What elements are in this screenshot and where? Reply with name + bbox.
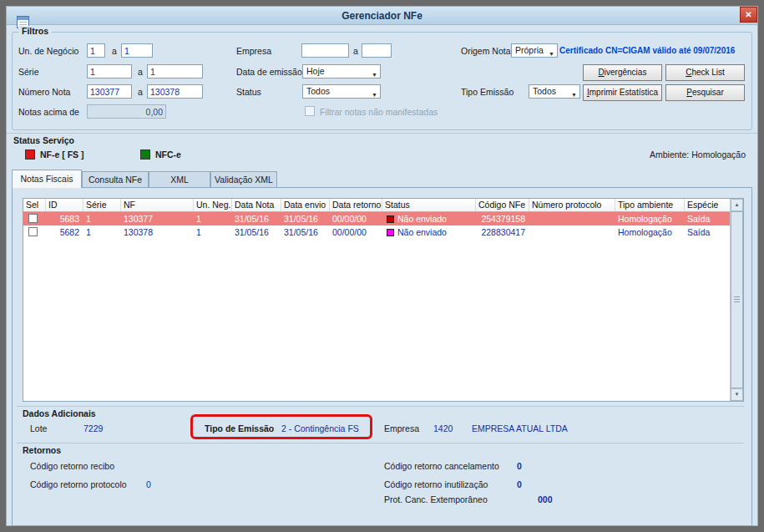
row-status-cell: Não enviado [382, 212, 476, 225]
row-data-nota-cell: 31/05/16 [232, 212, 281, 225]
serie-to-input[interactable] [147, 64, 203, 79]
column-header-un-neg[interactable]: Un. Neg. [194, 199, 232, 211]
notas-acima-label: Notas acima de [18, 107, 79, 117]
row-un-neg-cell: 1 [194, 212, 232, 225]
numero-nota-from-input[interactable] [87, 84, 132, 99]
row-sel-cell [23, 212, 46, 225]
row-sel-cell [23, 225, 46, 239]
numero-nota-label: Número Nota [18, 87, 70, 97]
column-header-sel[interactable]: Sel [23, 199, 46, 211]
section-divider [17, 406, 744, 407]
tipo-emissao-select[interactable]: Todos ▼ [529, 84, 580, 99]
nfce-status-indicator [140, 149, 150, 160]
row-ambiente-cell: Homologação [615, 225, 685, 239]
imprimir-estatistica-button[interactable]: Imprimir Estatística [583, 84, 662, 101]
column-header-codigo-nfe[interactable]: Código NFe [476, 199, 529, 211]
origem-nota-select[interactable]: Própria ▼ [511, 43, 558, 58]
chevron-down-icon: ▼ [372, 89, 377, 99]
column-header-status[interactable]: Status [382, 199, 476, 211]
column-header-serie[interactable]: Série [83, 199, 121, 211]
tab-consulta-nfe[interactable]: Consulta NFe [82, 171, 149, 188]
row-codigo-nfe-cell: 228830417 [476, 225, 529, 239]
un-negocio-to-input[interactable] [121, 43, 153, 58]
row-especie-cell: Saída [685, 225, 730, 239]
column-header-especie[interactable]: Espécie [685, 199, 730, 211]
row-serie-cell: 1 [83, 212, 121, 225]
un-negocio-from-input[interactable] [87, 43, 105, 58]
codigo-retorno-cancelamento-label: Código retorno cancelamento [384, 461, 499, 471]
row-data-retorno-cell: 00/00/00 [330, 212, 382, 225]
row-id-cell: 5683 [46, 212, 83, 225]
status-text: Não enviado [397, 212, 447, 225]
certificate-status-text: Certificado CN=CIGAM válido até 09/07/20… [559, 46, 735, 55]
row-ambiente-cell: Homologação [615, 212, 685, 225]
notas-table: Sel ID Série NF Un. Neg. Data Nota Data … [23, 198, 744, 402]
status-select[interactable]: Todos ▼ [302, 84, 381, 99]
row-serie-cell: 1 [83, 225, 121, 239]
status-color-icon [387, 215, 394, 223]
serie-from-input[interactable] [87, 64, 132, 79]
column-header-id[interactable]: ID [46, 199, 83, 211]
chevron-down-icon: ▼ [571, 89, 577, 99]
column-header-tipo-ambiente[interactable]: Tipo ambiente [615, 199, 685, 211]
row-checkbox[interactable] [28, 227, 38, 236]
tipo-emissao-filter-label: Tipo Emissão [461, 87, 514, 97]
codigo-retorno-inutilizacao-value: 0 [517, 479, 522, 489]
divergencias-button[interactable]: Divergências [583, 64, 662, 81]
row-data-nota-cell: 31/05/16 [232, 225, 281, 239]
check-list-button[interactable]: Check List [665, 64, 745, 81]
tipo-emissao-filter-value: Todos [533, 86, 556, 96]
row-nf-cell: 130377 [121, 212, 194, 225]
column-header-data-envio[interactable]: Data envio [281, 199, 330, 211]
nfe-status-indicator [25, 149, 35, 160]
range-sep-label: a [353, 46, 358, 56]
close-button[interactable]: ✕ [740, 7, 757, 23]
codigo-retorno-protocolo-label: Código retorno protocolo [30, 479, 127, 489]
column-header-nf[interactable]: NF [121, 199, 194, 211]
annotation-highlight-box [190, 414, 372, 439]
row-checkbox[interactable] [28, 214, 38, 223]
tab-xml[interactable]: XML [149, 171, 210, 188]
empresa-from-input[interactable] [301, 43, 349, 58]
empresa-codigo-value: 1420 [433, 423, 453, 433]
row-protocolo-cell [529, 212, 615, 225]
scrollbar-thumb[interactable] [731, 211, 743, 388]
row-status-cell: Não enviado [382, 225, 476, 239]
notas-acima-input [87, 104, 166, 119]
section-divider [7, 133, 757, 134]
chevron-down-icon: ▼ [372, 68, 377, 79]
column-header-numero-protocolo[interactable]: Número protocolo [529, 199, 615, 211]
row-un-neg-cell: 1 [194, 225, 232, 239]
scroll-up-arrow-icon[interactable]: ▲ [731, 199, 743, 211]
empresa-filter-label: Empresa [236, 46, 271, 56]
status-filter-label: Status [236, 87, 261, 97]
window-frame: Gerenciador NFe ✕ Filtros Un. de Negócio… [0, 0, 764, 532]
numero-nota-to-input[interactable] [147, 84, 203, 99]
column-header-data-nota[interactable]: Data Nota [232, 199, 281, 211]
column-header-data-retorno[interactable]: Data retorno [330, 199, 382, 211]
retornos-title: Retornos [23, 445, 61, 455]
empresa-label: Empresa [384, 423, 419, 433]
row-especie-cell: Saída [685, 212, 730, 225]
title-bar[interactable]: Gerenciador NFe [7, 7, 757, 25]
dados-adicionais-title: Dados Adicionais [23, 408, 96, 418]
row-codigo-nfe-cell: 254379158 [476, 212, 529, 225]
row-data-envio-cell: 31/05/16 [281, 225, 330, 239]
vertical-scrollbar[interactable]: ▲ ▼ [730, 199, 743, 401]
tab-validacao-xml[interactable]: Validação XML [210, 171, 277, 188]
data-emissao-select[interactable]: Hoje ▼ [302, 64, 381, 79]
codigo-retorno-cancelamento-value: 0 [517, 461, 522, 471]
nfe-status-label: NF-e [ FS ] [40, 149, 84, 160]
un-negocio-label: Un. de Negócio [18, 46, 78, 56]
scroll-down-arrow-icon[interactable]: ▼ [731, 388, 743, 401]
table-row[interactable]: 5682 1 130378 1 31/05/16 31/05/16 00/00/… [23, 225, 730, 239]
tab-notas-fiscais[interactable]: Notas Fiscais [12, 170, 82, 188]
table-header-row: Sel ID Série NF Un. Neg. Data Nota Data … [23, 199, 730, 212]
lote-value: 7229 [83, 423, 103, 433]
row-data-retorno-cell: 00/00/00 [330, 225, 382, 239]
data-emissao-value: Hoje [306, 66, 325, 76]
table-row-selected[interactable]: 5683 1 130377 1 31/05/16 31/05/16 00/00/… [23, 212, 730, 225]
pesquisar-button[interactable]: Pesquisar [665, 84, 745, 101]
empresa-nome-value: EMPRESA ATUAL LTDA [472, 423, 568, 433]
empresa-to-input[interactable] [362, 43, 392, 58]
